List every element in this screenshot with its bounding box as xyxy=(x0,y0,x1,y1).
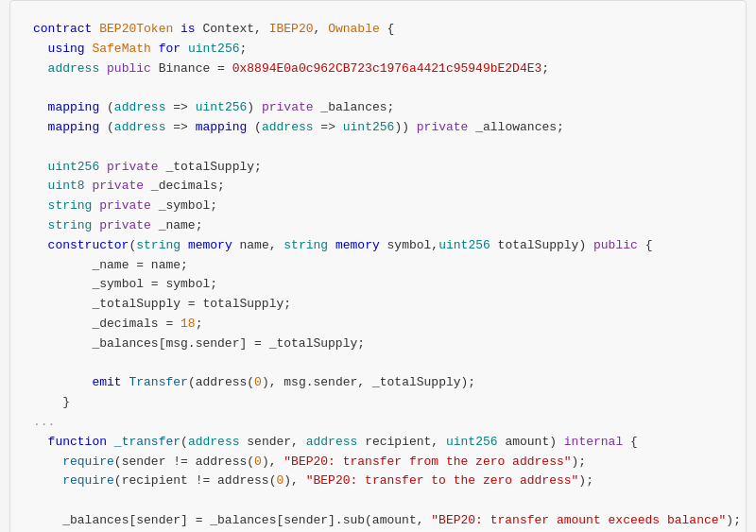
code-line-26: _balances[sender] = _balances[sender].su… xyxy=(33,511,723,531)
code-line-16: _decimals = 18; xyxy=(33,315,723,335)
code-line-7 xyxy=(33,138,723,158)
code-line-24: require(recipient != address(0), "BEP20:… xyxy=(33,472,723,491)
code-line-14: _symbol = symbol; xyxy=(33,275,723,295)
code-line-4 xyxy=(33,78,723,98)
code-line-12: constructor(string memory name, string m… xyxy=(33,236,723,256)
code-line-25 xyxy=(33,491,723,511)
code-line-13: _name = name; xyxy=(33,256,723,276)
code-line-8: uint256 private _totalSupply; xyxy=(33,158,723,178)
code-line-2: using SafeMath for uint256; xyxy=(33,40,723,60)
code-line-15: _totalSupply = totalSupply; xyxy=(33,295,723,315)
code-line-11: string private _name; xyxy=(33,216,723,236)
code-line-6: mapping (address => mapping (address => … xyxy=(33,118,723,138)
code-line-9: uint8 private _decimals; xyxy=(33,177,723,197)
code-line-20: } xyxy=(33,393,723,413)
code-line-5: mapping (address => uint256) private _ba… xyxy=(33,98,723,118)
code-line-3: address public Binance = 0x8894E0a0c962C… xyxy=(33,60,723,79)
code-editor: contract BEP20Token is Context, IBEP20, … xyxy=(9,0,747,532)
code-line-19: emit Transfer(address(0), msg.sender, _t… xyxy=(33,373,723,393)
code-line-18 xyxy=(33,354,723,374)
code-line-10: string private _symbol; xyxy=(33,197,723,216)
code-line-1: contract BEP20Token is Context, IBEP20, … xyxy=(33,20,723,40)
code-line-21: ... xyxy=(33,413,723,433)
code-line-22: function _transfer(address sender, addre… xyxy=(33,433,723,453)
code-line-17: _balances[msg.sender] = _totalSupply; xyxy=(33,335,723,354)
code-line-23: require(sender != address(0), "BEP20: tr… xyxy=(33,453,723,472)
